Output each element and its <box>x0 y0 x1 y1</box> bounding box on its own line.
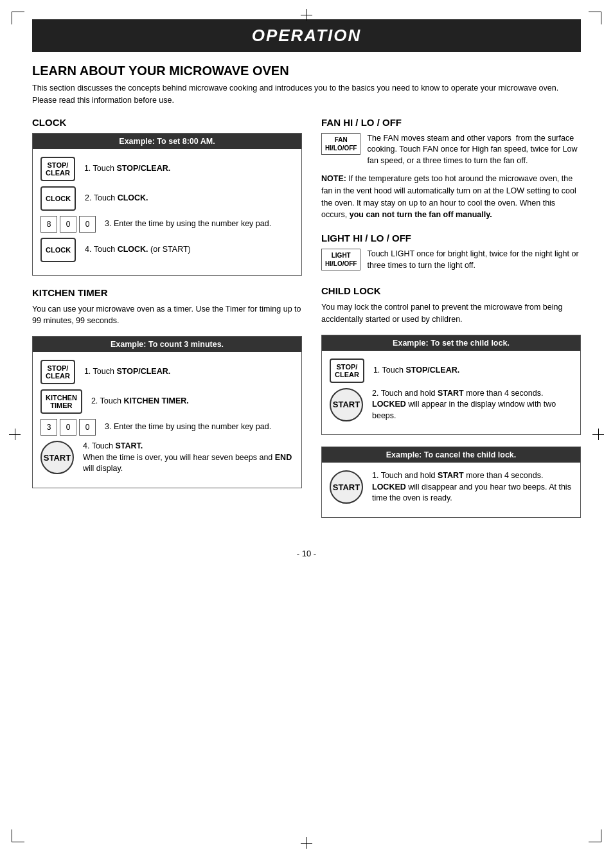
num-key-8: 8 <box>40 216 57 233</box>
crosshair-bottom <box>301 837 312 849</box>
clock-step-2-text: 2. Touch CLOCK. <box>85 193 148 204</box>
clock-key-2: CLOCK <box>40 238 76 262</box>
num-key-0a: 0 <box>60 216 76 233</box>
num-key-3: 3 <box>40 419 57 436</box>
start-key-2: START <box>330 388 363 421</box>
start-key-3: START <box>330 470 363 504</box>
stop-clear-key-3: STOP/ CLEAR <box>330 359 364 383</box>
clock-step-1: STOP/ CLEAR 1. Touch STOP/CLEAR. <box>40 157 294 181</box>
clock-key-1: CLOCK <box>40 186 76 211</box>
kitchen-timer-desc: You can use your microwave oven as a tim… <box>32 303 302 328</box>
child-lock-set-box: Example: To set the child lock. STOP/ CL… <box>321 335 581 436</box>
timer-step-1-text: 1. Touch STOP/CLEAR. <box>84 366 170 378</box>
page-number: - 10 - <box>32 549 581 558</box>
clock-example-header: Example: To set 8:00 AM. <box>33 134 301 149</box>
fan-note: NOTE: If the temperature gets too hot ar… <box>321 173 581 221</box>
child-set-step-2: START 2. Touch and hold START more than … <box>330 388 573 422</box>
stop-clear-key-2: STOP/ CLEAR <box>40 360 75 384</box>
main-section-desc: This section discusses the concepts behi… <box>32 82 581 107</box>
timer-step-2-text: 2. Touch KITCHEN TIMER. <box>91 396 189 407</box>
kitchen-timer-key: KITCHEN TIMER <box>40 389 82 414</box>
clock-example-box: Example: To set 8:00 AM. STOP/ CLEAR 1. … <box>32 133 302 276</box>
light-key: LIGHT HI/LO/OFF <box>321 249 360 270</box>
child-lock-cancel-box: Example: To cancel the child lock. START… <box>321 447 581 518</box>
fan-description: The FAN moves steam and other vapors fro… <box>367 133 581 167</box>
num-key-0d: 0 <box>79 419 96 436</box>
kitchen-timer-example-header: Example: To count 3 minutes. <box>33 337 301 352</box>
child-lock-desc: You may lock the control panel to preven… <box>321 301 581 326</box>
left-column: CLOCK Example: To set 8:00 AM. STOP/ CLE… <box>32 117 302 529</box>
clock-step-4: CLOCK 4. Touch CLOCK. (or START) <box>40 238 294 262</box>
fan-section-title: FAN HI / LO / OFF <box>321 117 581 128</box>
clock-section-title: CLOCK <box>32 117 302 128</box>
light-description: Touch LIGHT once for bright light, twice… <box>367 249 581 271</box>
corner-mark-bl <box>12 829 24 842</box>
child-cancel-step-1-text: 1. Touch and hold START more than 4 seco… <box>372 470 573 504</box>
right-column: FAN HI / LO / OFF FAN HI/LO/OFF The FAN … <box>321 117 581 529</box>
fan-icon-row: FAN HI/LO/OFF The FAN moves steam and ot… <box>321 133 581 167</box>
two-col-layout: CLOCK Example: To set 8:00 AM. STOP/ CLE… <box>32 117 581 529</box>
child-lock-cancel-header: Example: To cancel the child lock. <box>322 447 580 463</box>
kitchen-timer-title: KITCHEN TIMER <box>32 287 302 298</box>
child-lock-title: CHILD LOCK <box>321 285 581 296</box>
child-set-step-1-text: 1. Touch STOP/CLEAR. <box>373 365 459 376</box>
stop-clear-key-1: STOP/ CLEAR <box>40 157 75 181</box>
crosshair-top <box>301 9 312 21</box>
timer-step-3-text: 3. Enter the time by using the number ke… <box>105 421 271 433</box>
kitchen-timer-section: KITCHEN TIMER You can use your microwave… <box>32 287 302 488</box>
crosshair-right <box>592 429 604 440</box>
clock-step-1-text: 1. Touch STOP/CLEAR. <box>84 163 170 175</box>
child-cancel-step-1: START 1. Touch and hold START more than … <box>330 470 573 504</box>
start-key-1: START <box>40 441 74 474</box>
crosshair-left <box>9 429 21 440</box>
child-set-step-1: STOP/ CLEAR 1. Touch STOP/CLEAR. <box>330 359 573 383</box>
corner-mark-tr <box>589 12 601 24</box>
timer-step-2: KITCHEN TIMER 2. Touch KITCHEN TIMER. <box>40 389 294 414</box>
fan-key: FAN HI/LO/OFF <box>321 133 360 155</box>
timer-num-keys: 3 0 0 <box>40 419 96 436</box>
num-key-0b: 0 <box>79 216 96 233</box>
corner-mark-tl <box>12 12 24 24</box>
timer-step-4-text: 4. Touch START.When the time is over, yo… <box>83 441 294 475</box>
corner-mark-br <box>589 829 601 842</box>
child-set-step-2-text: 2. Touch and hold START more than 4 seco… <box>372 388 573 422</box>
kitchen-timer-example-box: Example: To count 3 minutes. STOP/ CLEAR… <box>32 336 302 488</box>
page-header: OPERATION <box>32 19 581 52</box>
timer-step-1: STOP/ CLEAR 1. Touch STOP/CLEAR. <box>40 360 294 384</box>
timer-step-4: START 4. Touch START.When the time is ov… <box>40 441 294 475</box>
clock-step-2: CLOCK 2. Touch CLOCK. <box>40 186 294 211</box>
page-title: OPERATION <box>32 26 581 46</box>
child-lock-set-header: Example: To set the child lock. <box>322 335 580 351</box>
clock-step-4-text: 4. Touch CLOCK. (or START) <box>85 244 191 256</box>
timer-step-3: 3 0 0 3. Enter the time by using the num… <box>40 419 294 436</box>
clock-num-keys: 8 0 0 <box>40 216 96 233</box>
light-section-title: LIGHT HI / LO / OFF <box>321 233 581 244</box>
main-section-title: LEARN ABOUT YOUR MICROWAVE OVEN <box>32 64 581 78</box>
num-key-0c: 0 <box>60 419 76 436</box>
clock-step-3-text: 3. Enter the time by using the number ke… <box>105 218 271 230</box>
clock-step-3: 8 0 0 3. Enter the time by using the num… <box>40 216 294 233</box>
light-icon-row: LIGHT HI/LO/OFF Touch LIGHT once for bri… <box>321 249 581 271</box>
